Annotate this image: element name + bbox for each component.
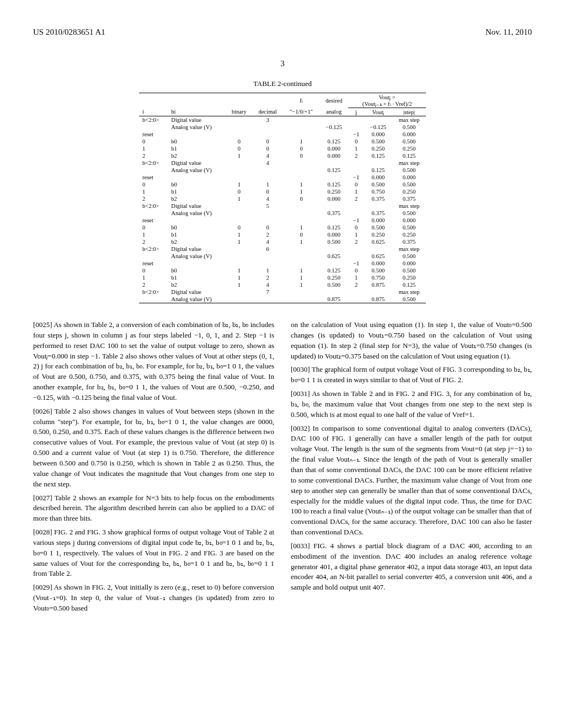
table-row: Analog value (V)0.6250.6250.500 [139,253,426,260]
para-31: [0031] As shown in Table 2 and in FIG. 2… [291,389,532,420]
para-33: [0033] FIG. 4 shows a partial block diag… [291,541,532,593]
table-title: TABLE 2-continued [33,79,532,88]
table-row: Analog value (V)−0.125−0.1250.500 [139,124,426,131]
col-step: |step| [392,108,426,116]
table-row: 2b21410.50020.8750.125 [139,281,426,288]
table-row: b<2:0>Digital value4max step [139,159,426,167]
patent-id: US 2010/0283651 A1 [33,28,105,37]
para-28: [0028] FIG. 2 and FIG. 3 show graphical … [33,527,274,579]
col-fi-sub: "−1/0/+1" [283,108,319,116]
table-row: b<2:0>Digital value6max step [139,245,426,253]
col-fi: fᵢ [283,93,319,108]
table-row: 2b21400.00020.3750.375 [139,195,426,202]
table-row: 1b11200.00010.2500.250 [139,231,426,238]
table-row: reset−10.0000.000 [139,260,426,267]
table-row: 0b01110.12500.5000.500 [139,267,426,274]
table-row: 0b00010.12500.5000.500 [139,224,426,231]
table-row: b<2:0>Digital value7max step [139,288,426,296]
col-i: i [139,108,168,116]
table-row: 1b11210.25010.7500.250 [139,274,426,281]
para-30: [0030] The graphical form of output volt… [291,365,532,386]
para-29-cont: on the calculation of Vout using equatio… [291,320,532,361]
patent-date: Nov. 11, 2010 [486,28,532,37]
para-32: [0032] In comparison to some conventiona… [291,424,532,538]
table-row: 2b21410.50020.6250.375 [139,238,426,245]
table-row: reset−10.0000.000 [139,217,426,224]
table-row: b<2:0>Digital value3max step [139,116,426,124]
para-29: [0029] As shown in FIG. 2, Vout initiall… [33,582,274,614]
table-row: 1b10000.00010.2500.250 [139,145,426,152]
col-decimal: decimal [252,108,283,116]
table-row: Analog value (V)0.8750.8750.500 [139,296,426,303]
table-row: 1b10010.25010.7500.250 [139,188,426,195]
table-row: b<2:0>Digital value5max step [139,202,426,210]
table-row: reset−10.0000.000 [139,131,426,138]
para-26: [0026] Table 2 also shows changes in val… [33,406,274,490]
table-row: 0b01110.12500.5000.500 [139,181,426,188]
table-row: Analog value (V)0.3750.3750.500 [139,210,426,217]
table-row: 0b00010.12500.5000.500 [139,138,426,145]
left-column: [0025] As shown in Table 2, a conversion… [33,320,274,617]
col-vout-formula: Voutⱼ = (Voutⱼ₋₁ + fᵢ · Vref)/2 [348,93,426,108]
data-table: fᵢ desired Voutⱼ = (Voutⱼ₋₁ + fᵢ · Vref)… [139,93,426,303]
right-column: on the calculation of Vout using equatio… [291,320,532,617]
col-desired: desired [319,93,348,108]
page-number: 3 [33,59,532,68]
col-bi: bi [168,108,226,116]
table-row: Analog value (V)0.1250.1250.500 [139,167,426,174]
table-row: reset−10.0000.000 [139,174,426,181]
para-27: [0027] Table 2 shows an example for N=3 … [33,493,274,524]
para-25: [0025] As shown in Table 2, a conversion… [33,320,274,403]
col-j: j [348,108,364,116]
col-analog: analog [319,108,348,116]
col-binary: binary [226,108,252,116]
col-voutj: Voutⱼ [364,108,392,116]
table-row: 2b21400.00020.1250.125 [139,152,426,159]
